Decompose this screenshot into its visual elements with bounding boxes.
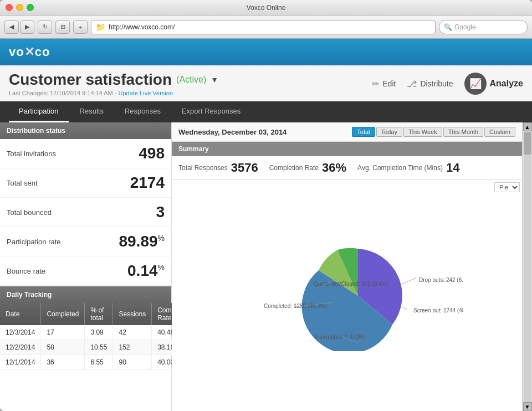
cell-sessions: 152 [113, 340, 152, 355]
tab-navigation: Participation Results Responses Export R… [0, 101, 532, 122]
analyze-button[interactable]: 📈 Analyze [464, 73, 523, 95]
distribute-label: Distribute [420, 79, 453, 88]
stat-value-sent: 2174 [130, 174, 165, 192]
filter-buttons: Total Today This Week This Month Custom [352, 127, 515, 137]
pie-chart-svg: Quota Met/Closed: 302 (8.4%) Drop outs: … [231, 240, 463, 351]
date-label: Wednesday, December 03, 2014 [178, 128, 287, 136]
date-filter-bar: Wednesday, December 03, 2014 Total Today… [172, 122, 522, 142]
minimize-button[interactable] [16, 4, 23, 11]
summary-total-responses: Total Responses 3576 [178, 161, 258, 175]
cell-date: 12/1/2014 [0, 355, 41, 370]
stat-total-invitations: Total invitations 498 [0, 139, 171, 168]
col-pct-total: % of total [85, 303, 113, 325]
stat-label-participation: Participation rate [7, 238, 61, 246]
voxco-header: vo✕co [0, 39, 532, 65]
title-bar: Voxco Online [0, 0, 532, 16]
stat-value-bounced: 3 [156, 203, 165, 221]
tab-responses[interactable]: Responses [115, 101, 171, 122]
chart-area: Pie [172, 180, 522, 411]
left-panel: Distribution status Total invitations 49… [0, 122, 172, 411]
stat-total-bounced: Total bounced 3 [0, 198, 171, 227]
logo-x: ✕ [24, 45, 35, 59]
cell-sessions: 42 [113, 325, 152, 340]
content-area: vo✕co Customer satisfaction (Active) ▼ L… [0, 39, 532, 411]
window-controls [6, 4, 34, 11]
stat-label-bounce: Bounce rate [7, 267, 45, 275]
cell-pct-total: 3.09 [85, 325, 113, 340]
distribute-button[interactable]: ⎇ Distribute [407, 79, 453, 89]
stat-bounce-rate: Bounce rate 0.14% [0, 256, 171, 286]
filter-today[interactable]: Today [376, 127, 402, 137]
filter-custom[interactable]: Custom [484, 127, 515, 137]
stat-value-invitations: 498 [139, 145, 165, 162]
label-screen-out: Screen out: 1744 (48.8%) [413, 307, 463, 314]
tab-export-responses[interactable]: Export Responses [172, 101, 250, 122]
new-tab-button[interactable]: + [73, 20, 88, 34]
avg-time-value: 14 [446, 161, 459, 175]
table-row: 12/1/2014 36 6.55 90 40.00 [0, 355, 197, 370]
update-live-link[interactable]: Update Live Version [119, 90, 173, 96]
cell-completed: 17 [41, 325, 85, 340]
title-dropdown-arrow[interactable]: ▼ [211, 75, 218, 84]
page-title: Customer satisfaction (Active) ▼ [9, 71, 218, 89]
col-completed: Completed [41, 303, 85, 325]
active-badge: (Active) [176, 75, 206, 85]
label-interrupted: Interrupted: 0 (0.0%) [315, 334, 366, 340]
analyze-icon-circle: 📈 [464, 73, 487, 95]
distribute-icon: ⎇ [407, 79, 417, 89]
cell-completed: 58 [41, 340, 85, 355]
scroll-up-button[interactable]: ▲ [523, 122, 532, 131]
scroll-thumb[interactable] [524, 132, 531, 155]
filter-total[interactable]: Total [352, 127, 375, 137]
stat-participation-rate: Participation rate 89.89% [0, 227, 171, 256]
total-responses-value: 3576 [231, 161, 258, 175]
url-text: http://www.voxco.com/ [109, 23, 175, 31]
edit-icon: ✏ [372, 79, 379, 89]
browser-window: Voxco Online ◀ ▶ ↻ ⊞ + 📁 http://www.voxc… [0, 0, 532, 411]
summary-completion-rate: Completion Rate 36% [269, 161, 346, 175]
label-dropouts2: Drop outs: 242 (6.8%) [419, 277, 463, 283]
survey-title: Customer satisfaction [9, 71, 172, 89]
daily-tracking-header: Daily Tracking [0, 286, 171, 303]
summary-avg-time: Avg. Completion Time (Mins) 14 [357, 161, 459, 175]
chart-type-select[interactable]: Pie [494, 182, 520, 192]
search-icon: 🔍 [444, 23, 452, 31]
page-header: Customer satisfaction (Active) ▼ Last Ch… [0, 65, 532, 101]
close-button[interactable] [6, 4, 13, 11]
label-completed: Completed: 1288 (36.0%) [264, 303, 327, 309]
cell-pct-total: 10.55 [85, 340, 113, 355]
tab-participation[interactable]: Participation [9, 101, 69, 122]
distribution-status-header: Distribution status [0, 122, 171, 139]
filter-this-month[interactable]: This Month [443, 127, 483, 137]
table-row: 12/3/2014 17 3.09 42 40.48 [0, 325, 197, 340]
forward-button[interactable]: ▶ [20, 20, 34, 34]
daily-tracking-section: Daily Tracking Date Completed % of total… [0, 286, 171, 370]
completion-rate-label: Completion Rate [269, 164, 319, 172]
tab-results[interactable]: Results [70, 101, 114, 122]
url-bar[interactable]: 📁 http://www.voxco.com/ [91, 20, 436, 34]
edit-label: Edit [382, 79, 396, 88]
maximize-button[interactable] [27, 4, 34, 11]
nav-bar: ◀ ▶ ↻ ⊞ + 📁 http://www.voxco.com/ 🔍 Goog… [0, 16, 532, 39]
filter-this-week[interactable]: This Week [403, 127, 442, 137]
cell-date: 12/2/2014 [0, 340, 41, 355]
right-panel: Wednesday, December 03, 2014 Total Today… [172, 122, 522, 411]
window-title: Voxco Online [247, 4, 286, 12]
header-actions: ✏ Edit ⎇ Distribute 📈 Analyze [372, 73, 523, 95]
screenshot-button[interactable]: ⊞ [55, 20, 70, 34]
reload-button[interactable]: ↻ [38, 20, 52, 34]
col-date: Date [0, 303, 41, 325]
stat-label-sent: Total sent [7, 179, 38, 187]
line-dropouts [402, 278, 416, 284]
scrollbar: ▲ ▼ [522, 122, 532, 411]
page-title-section: Customer satisfaction (Active) ▼ Last Ch… [9, 71, 218, 96]
url-folder-icon: 📁 [96, 23, 105, 32]
stat-value-participation: 89.89% [119, 233, 165, 250]
summary-stats: Total Responses 3576 Completion Rate 36%… [172, 156, 522, 180]
edit-button[interactable]: ✏ Edit [372, 79, 396, 89]
search-bar[interactable]: 🔍 Google [439, 20, 528, 34]
col-sessions: Sessions [113, 303, 152, 325]
scroll-down-button[interactable]: ▼ [523, 402, 532, 411]
back-button[interactable]: ◀ [4, 20, 19, 34]
summary-header: Summary [172, 142, 522, 156]
